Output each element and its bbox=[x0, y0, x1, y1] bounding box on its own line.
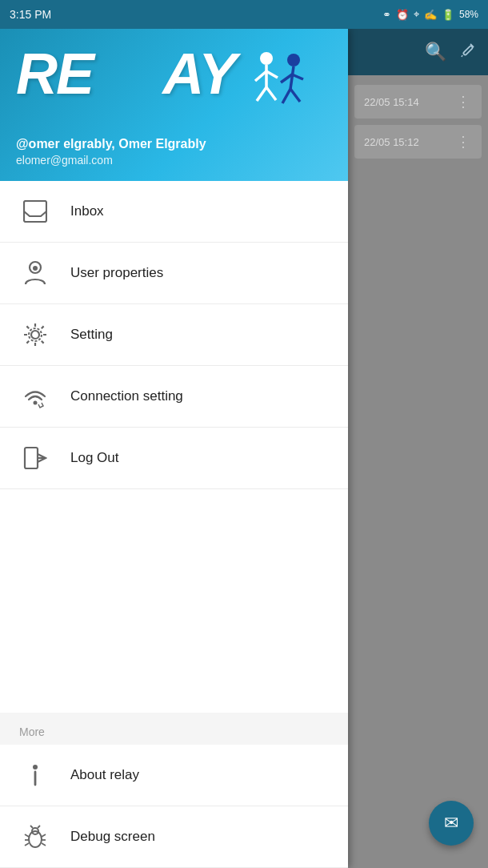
menu-item-about-relay[interactable]: About relay bbox=[0, 745, 348, 806]
more-label: More bbox=[0, 713, 348, 745]
inbox-icon bbox=[19, 195, 51, 227]
status-icons: ⚭ ⏰ ⌖ ✍ 🔋 58% bbox=[382, 8, 478, 21]
drawer-username: @omer elgrably, Omer Elgrably bbox=[16, 137, 332, 151]
message-item-2[interactable]: 22/05 15:12 ⋮ bbox=[354, 125, 482, 159]
battery-percent: 58% bbox=[459, 9, 478, 20]
svg-line-2 bbox=[255, 71, 266, 81]
right-content: 22/05 15:14 ⋮ 22/05 15:12 ⋮ ✉ bbox=[348, 75, 488, 868]
menu-item-debug-screen[interactable]: Debug screen bbox=[0, 806, 348, 868]
menu-item-logout[interactable]: Log Out bbox=[0, 428, 348, 489]
logout-label: Log Out bbox=[70, 450, 119, 466]
edit-icon[interactable] bbox=[459, 41, 477, 63]
figures-svg bbox=[244, 49, 316, 121]
svg-line-4 bbox=[257, 87, 266, 101]
svg-line-31 bbox=[30, 826, 33, 828]
menu-section: Inbox User properties bbox=[0, 181, 348, 713]
debug-screen-icon bbox=[19, 821, 51, 853]
status-time: 3:15 PM bbox=[10, 8, 51, 21]
svg-line-3 bbox=[266, 71, 278, 78]
logout-icon bbox=[19, 442, 51, 474]
message-time-1: 22/05 15:14 bbox=[364, 96, 419, 108]
svg-line-27 bbox=[25, 843, 29, 846]
svg-line-9 bbox=[292, 74, 303, 79]
svg-line-10 bbox=[282, 89, 290, 103]
battery-icon: 🔋 bbox=[442, 9, 454, 21]
more-items: About relay bbox=[0, 745, 348, 868]
svg-line-7 bbox=[290, 66, 294, 89]
svg-line-32 bbox=[38, 826, 40, 828]
setting-icon bbox=[19, 319, 51, 351]
svg-line-25 bbox=[25, 834, 29, 837]
svg-point-21 bbox=[33, 765, 38, 770]
inbox-label: Inbox bbox=[70, 203, 104, 219]
navigation-drawer: RE AY bbox=[0, 29, 348, 868]
svg-rect-33 bbox=[463, 46, 474, 56]
menu-item-user-properties[interactable]: User properties bbox=[0, 243, 348, 304]
alarm-icon: ⏰ bbox=[396, 9, 409, 21]
drawer-header: RE AY bbox=[0, 29, 348, 181]
user-info: @omer elgrably, Omer Elgrably elomer@gma… bbox=[16, 137, 332, 167]
status-bar: 3:15 PM ⚭ ⏰ ⌖ ✍ 🔋 58% bbox=[0, 0, 488, 29]
connection-setting-icon bbox=[19, 380, 51, 412]
menu-item-connection-setting[interactable]: Connection setting bbox=[0, 366, 348, 428]
svg-point-16 bbox=[31, 331, 39, 339]
svg-rect-19 bbox=[25, 448, 38, 468]
signal-icon: ✍ bbox=[424, 9, 437, 21]
more-section: More About relay bbox=[0, 713, 348, 868]
search-icon[interactable]: 🔍 bbox=[425, 42, 446, 62]
wifi-icon: ⌖ bbox=[414, 8, 419, 21]
debug-screen-label: Debug screen bbox=[70, 829, 155, 845]
main-layout: RE AY bbox=[0, 29, 488, 868]
running-figures bbox=[244, 49, 316, 121]
app-logo: RE AY bbox=[16, 45, 235, 102]
logo-container: RE AY bbox=[16, 45, 332, 102]
connection-setting-label: Connection setting bbox=[70, 388, 183, 404]
drawer-email: elomer@gmail.com bbox=[16, 154, 332, 167]
svg-point-14 bbox=[33, 266, 38, 271]
svg-line-35 bbox=[462, 55, 462, 57]
svg-line-11 bbox=[290, 89, 300, 102]
user-properties-icon bbox=[19, 257, 51, 289]
message-menu-2[interactable]: ⋮ bbox=[456, 133, 472, 151]
svg-line-28 bbox=[42, 834, 46, 837]
compose-fab[interactable]: ✉ bbox=[429, 801, 474, 846]
message-menu-1[interactable]: ⋮ bbox=[456, 93, 472, 111]
svg-line-30 bbox=[42, 843, 46, 846]
svg-rect-12 bbox=[24, 201, 46, 222]
bluetooth-icon: ⚭ bbox=[382, 9, 391, 21]
user-properties-label: User properties bbox=[70, 265, 163, 281]
menu-item-setting[interactable]: Setting bbox=[0, 304, 348, 366]
svg-point-6 bbox=[287, 54, 300, 66]
compose-icon: ✉ bbox=[444, 813, 458, 834]
svg-point-0 bbox=[260, 52, 273, 65]
right-panel: 🔍 22/05 15:14 ⋮ 22/05 15:12 ⋮ ✉ bbox=[348, 29, 488, 868]
message-time-2: 22/05 15:12 bbox=[364, 136, 419, 148]
menu-item-inbox[interactable]: Inbox bbox=[0, 181, 348, 243]
message-item-1[interactable]: 22/05 15:14 ⋮ bbox=[354, 85, 482, 119]
setting-label: Setting bbox=[70, 327, 113, 343]
about-relay-label: About relay bbox=[70, 767, 139, 783]
right-toolbar: 🔍 bbox=[348, 29, 488, 75]
svg-line-5 bbox=[266, 87, 276, 100]
about-relay-icon bbox=[19, 759, 51, 791]
svg-point-18 bbox=[34, 401, 38, 405]
